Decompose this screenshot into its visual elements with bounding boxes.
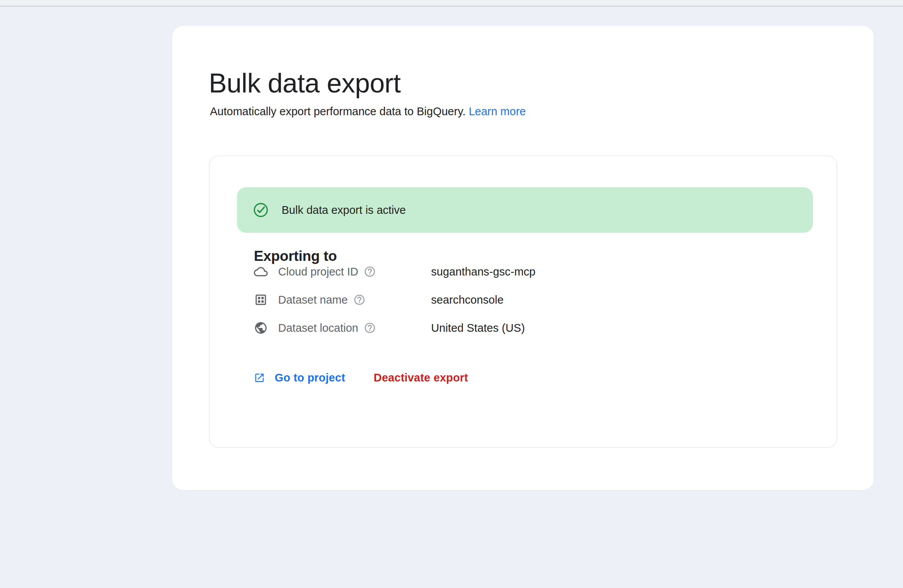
learn-more-link[interactable]: Learn more (469, 105, 526, 118)
page-subtitle: Automatically export performance data to… (210, 104, 526, 118)
deactivate-export-button[interactable]: Deactivate export (374, 371, 468, 384)
dataset-location-label-wrap: Dataset location (278, 322, 431, 334)
status-banner-text: Bulk data export is active (282, 204, 406, 217)
dataset-location-row: Dataset location United States (US) (254, 320, 801, 336)
dataset-name-value: searchconsole (431, 294, 504, 306)
bulk-data-export-card: Bulk data export Automatically export pe… (172, 26, 874, 490)
dataset-location-value: United States (US) (431, 322, 525, 334)
go-to-project-button[interactable]: Go to project (254, 371, 345, 384)
subtitle-text: Automatically export performance data to… (210, 105, 466, 118)
globe-icon (254, 321, 268, 335)
exporting-to-heading: Exporting to (254, 249, 801, 264)
help-icon[interactable] (364, 265, 376, 278)
help-icon[interactable] (364, 322, 376, 334)
actions-row: Go to project Deactivate export (254, 370, 801, 385)
cloud-project-label: Cloud project ID (278, 265, 358, 278)
dataset-name-row: Dataset name searchconsole (254, 292, 801, 307)
go-to-project-label: Go to project (275, 371, 345, 384)
dataset-icon (254, 293, 268, 307)
open-in-new-icon (254, 372, 265, 383)
dataset-location-label: Dataset location (278, 322, 358, 334)
cloud-project-label-wrap: Cloud project ID (278, 265, 431, 278)
status-banner: Bulk data export is active (237, 187, 813, 233)
export-details: Exporting to Cloud project ID suganthans (254, 249, 801, 385)
dataset-name-label-wrap: Dataset name (278, 294, 431, 306)
help-icon[interactable] (353, 294, 366, 306)
top-divider-bar (0, 0, 903, 7)
cloud-icon (254, 265, 268, 279)
cloud-project-value: suganthans-gsc-mcp (431, 265, 535, 278)
page-title: Bulk data export (209, 69, 401, 97)
export-settings-box: Bulk data export is active Exporting to … (209, 156, 837, 448)
dataset-name-label: Dataset name (278, 294, 348, 306)
cloud-project-row: Cloud project ID suganthans-gsc-mcp (254, 264, 801, 279)
check-circle-icon (253, 202, 269, 218)
